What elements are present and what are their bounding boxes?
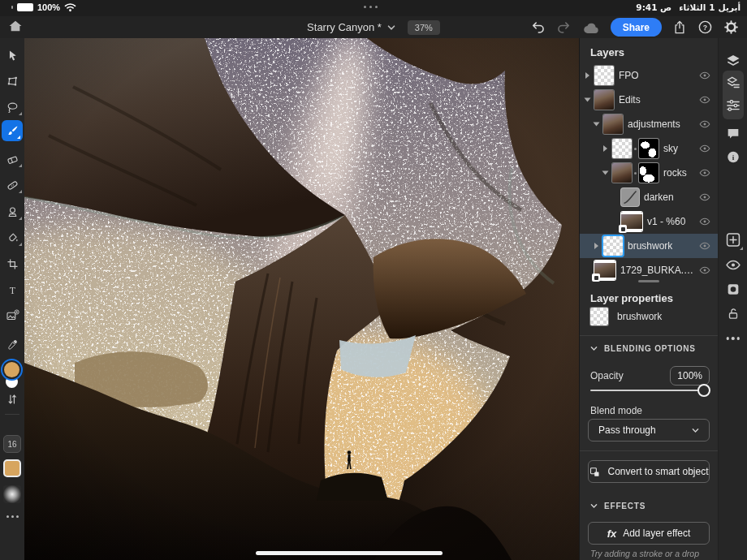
clock-and-date: 9:41 ص الثلاثاء1أبريل xyxy=(636,2,741,12)
blend-mode-label: Blend mode xyxy=(590,405,642,416)
layer-mask-thumbnail xyxy=(639,163,658,183)
title-chevron-down-icon[interactable] xyxy=(387,24,395,32)
zoom-level-badge[interactable]: 37% xyxy=(408,20,440,35)
panel-drag-handle[interactable] xyxy=(638,280,659,282)
fill-tool[interactable] xyxy=(0,227,24,248)
layer-row-sky[interactable]: sky xyxy=(580,136,718,161)
clone-stamp-tool[interactable] xyxy=(0,201,24,222)
tool-rail-more-button[interactable] xyxy=(0,515,24,518)
app-toolbar: Starry Canyon * 37% Share ? xyxy=(0,16,747,38)
comments-button[interactable] xyxy=(725,126,741,141)
home-indicator[interactable] xyxy=(256,551,443,555)
selected-layer-thumbnail xyxy=(590,308,608,325)
layer-row-rocks[interactable]: rocks xyxy=(580,161,718,185)
layer-name: sky xyxy=(663,143,678,154)
layer-row-darken[interactable]: darken xyxy=(580,185,718,209)
foreground-color-swatch[interactable] xyxy=(4,362,19,377)
opacity-value-field[interactable]: 100% xyxy=(670,366,710,386)
visibility-toggle-eye-icon[interactable] xyxy=(699,167,710,179)
move-tool[interactable] xyxy=(0,45,24,66)
eyedropper-tool[interactable] xyxy=(0,334,24,355)
layers-panel-title: Layers xyxy=(590,46,624,58)
effects-header[interactable]: EFFECTS xyxy=(590,502,646,510)
opacity-slider-knob[interactable] xyxy=(697,384,710,397)
redo-button[interactable] xyxy=(556,20,572,34)
crop-tool[interactable] xyxy=(0,253,24,274)
visibility-toggle-eye-icon[interactable] xyxy=(699,143,710,154)
canvas-artwork xyxy=(24,38,579,560)
disclosure-collapsed-icon[interactable] xyxy=(585,72,589,79)
layer-properties-view-button[interactable] xyxy=(725,75,741,91)
battery-percent: 100% xyxy=(37,2,60,12)
disclosure-expanded-icon[interactable] xyxy=(594,123,600,127)
brush-color-chip[interactable] xyxy=(3,459,21,477)
disclosure-expanded-icon[interactable] xyxy=(602,171,609,175)
swap-colors-button[interactable] xyxy=(0,389,24,410)
brush-preview[interactable] xyxy=(3,485,21,503)
disclosure-expanded-icon[interactable] xyxy=(585,98,591,102)
settings-button[interactable] xyxy=(723,19,739,35)
brush-size-box[interactable]: 16 xyxy=(3,435,21,453)
help-button[interactable]: ? xyxy=(697,19,713,35)
add-layer-effect-button[interactable]: fx Add layer effect xyxy=(588,522,710,545)
layer-row-fpo[interactable]: FPO xyxy=(580,63,718,88)
layer-row-adjustments[interactable]: adjustments xyxy=(580,112,718,136)
opacity-label: Opacity xyxy=(590,370,624,381)
convert-to-smart-object-button[interactable]: Convert to smart object xyxy=(588,460,710,483)
blend-mode-value: Pass through xyxy=(598,424,656,436)
place-image-tool[interactable] xyxy=(0,305,24,326)
layer-row-edits[interactable]: Edits xyxy=(580,88,718,112)
visibility-toggle-eye-icon[interactable] xyxy=(699,265,710,276)
disclosure-collapsed-icon[interactable] xyxy=(594,243,598,249)
visibility-toggle-eye-icon[interactable] xyxy=(699,240,710,252)
visibility-toggle-eye-icon[interactable] xyxy=(699,216,710,227)
task-rail-more-button[interactable] xyxy=(726,337,740,340)
add-layer-button[interactable] xyxy=(724,231,741,248)
blending-options-header[interactable]: BLENDING OPTIONS xyxy=(590,344,696,353)
layer-visibility-button[interactable] xyxy=(725,257,741,273)
adjustments-sliders-button[interactable] xyxy=(725,97,741,114)
visibility-toggle-eye-icon[interactable] xyxy=(699,94,710,106)
disclosure-collapsed-icon[interactable] xyxy=(603,145,607,152)
fx-icon: fx xyxy=(607,528,617,540)
undo-button[interactable] xyxy=(530,20,546,34)
healing-brush-tool[interactable] xyxy=(0,174,24,196)
layer-row-1729-burka[interactable]: 1729_BURKA...anced-NR33 xyxy=(580,258,718,282)
opacity-slider[interactable] xyxy=(590,390,707,391)
layer-thumbnail xyxy=(612,163,632,183)
home-button[interactable] xyxy=(7,18,24,34)
layer-name: 1729_BURKA...anced-NR33 xyxy=(620,265,694,276)
layer-thumbnail xyxy=(603,236,623,256)
layer-thumbnail xyxy=(594,66,614,85)
type-tool[interactable]: T xyxy=(0,279,24,300)
svg-text:?: ? xyxy=(703,24,707,32)
unlock-button[interactable] xyxy=(726,306,741,321)
layer-thumbnail xyxy=(612,139,632,158)
brush-tool[interactable] xyxy=(2,120,23,141)
export-button[interactable] xyxy=(672,19,687,35)
share-button[interactable]: Share xyxy=(611,18,662,37)
task-rail: i xyxy=(718,38,747,560)
chevron-down-icon xyxy=(590,345,598,352)
layer-name: brushwork xyxy=(628,240,672,252)
layer-row-v1[interactable]: v1 - %60 xyxy=(580,209,718,234)
visibility-toggle-eye-icon[interactable] xyxy=(699,118,710,130)
layer-thumbnail xyxy=(594,90,614,110)
visibility-toggle-eye-icon[interactable] xyxy=(699,70,710,81)
blend-mode-dropdown[interactable]: Pass through xyxy=(588,419,710,442)
transform-select-tool[interactable] xyxy=(0,71,24,92)
info-button[interactable]: i xyxy=(725,149,741,165)
document-canvas[interactable] xyxy=(24,38,579,560)
layers-view-button[interactable] xyxy=(725,53,741,69)
battery-icon xyxy=(17,3,33,11)
smart-object-thumbnail xyxy=(594,261,615,280)
smart-object-badge-icon xyxy=(592,274,600,282)
eraser-tool[interactable] xyxy=(0,149,24,170)
lasso-tool[interactable] xyxy=(0,97,24,118)
cloud-sync-icon[interactable] xyxy=(582,21,600,34)
divider xyxy=(580,335,718,336)
battery-nub xyxy=(11,6,13,9)
layer-row-brushwork-selected[interactable]: brushwork xyxy=(580,234,718,258)
layer-mask-button[interactable] xyxy=(725,282,741,297)
visibility-toggle-eye-icon[interactable] xyxy=(699,192,710,203)
